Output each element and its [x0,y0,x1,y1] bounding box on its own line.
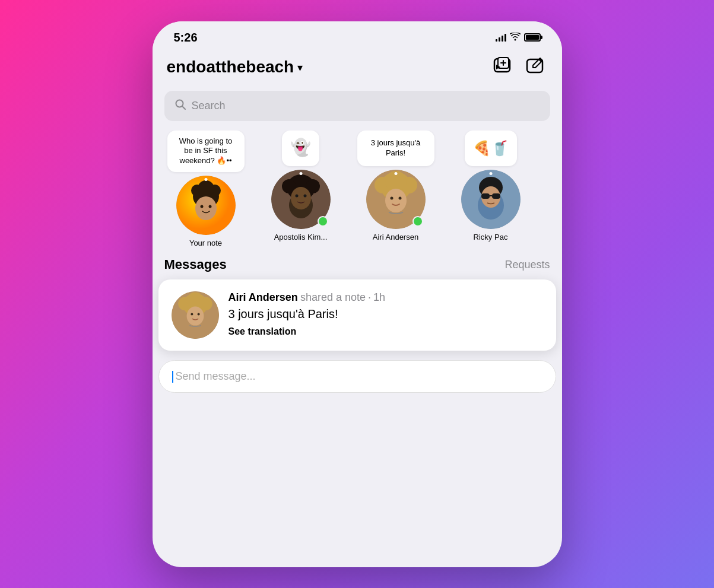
story-dots-airi [394,172,397,175]
story-dots-apostolis [299,172,302,175]
notification-popup[interactable]: Airi Andersen shared a note · 1h 3 jours… [158,279,556,351]
story-item-ricky[interactable]: 🍕🥤 [443,131,538,248]
signal-bars-icon [496,33,506,42]
svg-point-14 [195,196,217,220]
send-message-area[interactable]: Send message... [158,360,556,393]
story-note-bubble-airi: 3 jours jusqu'à Paris! [357,131,434,166]
username-label: endoatthebeach [167,58,294,77]
story-avatar-wrapper-ricky [461,170,521,229]
notif-content: Airi Andersen shared a note · 1h 3 jours… [229,291,543,337]
messages-header: Messages Requests [164,257,550,272]
chevron-down-icon: ▾ [297,61,303,74]
header: endoatthebeach ▾ [153,49,562,88]
notif-message: 3 jours jusqu'à Paris! [229,306,543,322]
notif-time: 1h [373,291,385,304]
compose-button[interactable] [524,55,548,79]
phone-frame: 5:26 endoatthebeach ▾ [153,21,562,567]
svg-point-47 [197,313,199,316]
story-name-apostolis: Apostolis Kim... [274,233,328,241]
online-indicator-airi [412,216,423,227]
story-dots-ricky [489,172,492,175]
send-message-input[interactable]: Send message... [176,370,256,383]
add-story-button[interactable] [492,55,516,79]
online-indicator-apostolis [318,216,328,227]
story-avatar-wrapper-your-note [176,176,236,235]
svg-point-24 [303,194,306,197]
svg-point-23 [295,194,298,197]
notif-separator: · [368,291,371,304]
battery-icon [524,33,541,42]
username-area[interactable]: endoatthebeach ▾ [167,58,303,77]
story-name-ricky: Ricky Pac [474,233,508,241]
story-item-your-note[interactable]: Who is going to be in SF this weekend? 🔥… [158,131,253,248]
status-icons [496,33,541,43]
requests-link[interactable]: Requests [504,259,550,271]
search-icon [175,99,186,113]
story-item-apostolis[interactable]: 👻 [253,131,348,248]
notif-action-text: shared a note [300,291,366,304]
status-bar: 5:26 [153,21,562,49]
story-avatar-your-note [176,176,236,235]
svg-point-46 [191,313,193,316]
header-actions [492,55,548,79]
svg-rect-38 [492,193,500,199]
story-avatar-ricky [461,170,521,229]
notif-sender-name: Airi Andersen [229,291,298,304]
stories-row: Who is going to be in SF this weekend? 🔥… [153,131,562,248]
notif-title-row: Airi Andersen shared a note · 1h [229,291,543,304]
story-avatar-wrapper-airi [366,170,426,229]
svg-point-32 [398,196,401,199]
messages-section: Messages Requests [153,257,562,272]
svg-rect-37 [481,193,490,199]
messages-title: Messages [164,257,227,272]
svg-point-22 [291,187,311,209]
notif-avatar [172,291,219,339]
story-name-airi: Airi Andersen [373,233,418,241]
text-cursor [172,371,173,383]
search-bar[interactable]: Search [164,91,550,121]
story-dots-your-note [204,178,207,181]
story-note-bubble-ricky: 🍕🥤 [465,131,517,166]
svg-point-15 [200,205,203,208]
svg-point-13 [198,180,214,197]
svg-point-31 [390,196,393,199]
story-note-bubble-apostolis: 👻 [282,131,319,166]
svg-line-8 [182,106,185,109]
story-avatar-wrapper-apostolis [271,170,331,229]
svg-point-30 [385,189,407,212]
search-input[interactable]: Search [192,100,226,112]
story-item-airi[interactable]: 3 jours jusqu'à Paris! [348,131,443,248]
svg-point-16 [208,205,211,208]
status-time: 5:26 [174,31,198,45]
wifi-icon [510,33,521,43]
svg-point-45 [186,307,204,326]
story-note-bubble-your-note: Who is going to be in SF this weekend? 🔥… [167,131,245,173]
story-name-your-note: Your note [189,239,222,247]
notif-translate-button[interactable]: See translation [229,326,543,337]
